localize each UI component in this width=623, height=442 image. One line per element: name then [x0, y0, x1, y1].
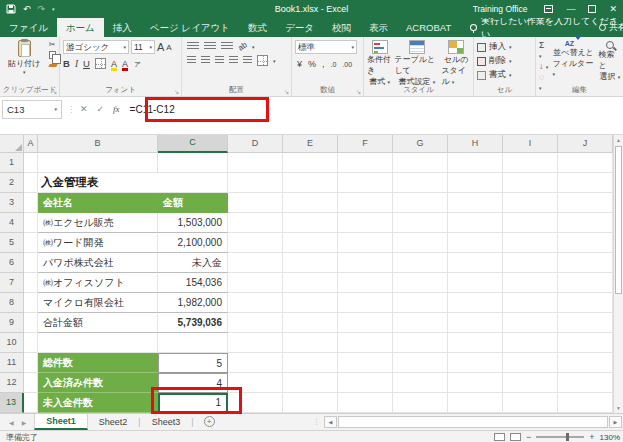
- phonetic-guide-icon[interactable]: ァ: [133, 58, 141, 69]
- select-all-corner[interactable]: [0, 135, 24, 153]
- cell-I8[interactable]: [503, 293, 558, 313]
- merge-center-icon[interactable]: [257, 55, 268, 66]
- cell-E1[interactable]: [283, 153, 338, 173]
- cell-A5[interactable]: [24, 233, 38, 253]
- cell-I2[interactable]: [503, 173, 558, 193]
- paste-button[interactable]: 貼り付け ▾: [8, 40, 40, 75]
- tab-home[interactable]: ホーム: [57, 18, 104, 37]
- decrease-decimal-icon[interactable]: .00: [342, 61, 352, 68]
- column-header-B[interactable]: B: [38, 135, 158, 153]
- cell-D3[interactable]: [228, 193, 283, 213]
- cell-C10[interactable]: [158, 333, 228, 353]
- row-header-12[interactable]: 12: [0, 373, 24, 393]
- decrease-indent-icon[interactable]: [229, 56, 238, 65]
- cell-C2[interactable]: [158, 173, 228, 193]
- cell-C8[interactable]: 1,982,000: [158, 293, 228, 313]
- column-header-G[interactable]: G: [393, 135, 448, 153]
- cell-A10[interactable]: [24, 333, 38, 353]
- align-left-icon[interactable]: [187, 56, 196, 65]
- cell-C1[interactable]: [158, 153, 228, 173]
- cell-B12[interactable]: 入金済み件数: [38, 373, 158, 393]
- cell-D8[interactable]: [228, 293, 283, 313]
- tab-view[interactable]: 表示: [360, 18, 397, 37]
- borders-icon[interactable]: [95, 58, 106, 69]
- new-sheet-icon[interactable]: +: [204, 416, 215, 427]
- tab-review[interactable]: 校閲: [323, 18, 360, 37]
- increase-decimal-icon[interactable]: .0: [331, 61, 337, 68]
- close-button[interactable]: ✕: [609, 0, 617, 18]
- column-header-C[interactable]: C: [158, 135, 228, 153]
- cell-E6[interactable]: [283, 253, 338, 273]
- cell-G9[interactable]: [393, 313, 448, 333]
- cell-H7[interactable]: [448, 273, 503, 293]
- cell-F11[interactable]: [338, 353, 393, 373]
- copy-icon[interactable]: [49, 51, 56, 59]
- cell-H11[interactable]: [448, 353, 503, 373]
- cell-A9[interactable]: [24, 313, 38, 333]
- column-header-F[interactable]: F: [338, 135, 393, 153]
- number-dialog-launcher-icon[interactable]: ↘: [356, 88, 361, 95]
- align-middle-icon[interactable]: [204, 42, 216, 51]
- cell-J3[interactable]: [558, 193, 613, 213]
- scroll-up-icon[interactable]: ▲: [614, 137, 623, 143]
- redo-icon[interactable]: ↷: [38, 4, 46, 14]
- row-header-6[interactable]: 6: [0, 253, 24, 273]
- row-header-13[interactable]: 13: [0, 393, 24, 413]
- insert-function-icon[interactable]: fx: [113, 104, 120, 114]
- scroll-right-icon[interactable]: ▶: [609, 416, 622, 428]
- cell-F1[interactable]: [338, 153, 393, 173]
- cell-I11[interactable]: [503, 353, 558, 373]
- cell-F9[interactable]: [338, 313, 393, 333]
- cell-B9[interactable]: 合計金額: [38, 313, 158, 333]
- font-color-icon[interactable]: A: [122, 59, 128, 69]
- cell-G7[interactable]: [393, 273, 448, 293]
- cut-icon[interactable]: ✂: [49, 40, 57, 49]
- cell-C12[interactable]: 4: [158, 373, 228, 393]
- align-top-icon[interactable]: [187, 42, 199, 51]
- cell-J11[interactable]: [558, 353, 613, 373]
- cell-E10[interactable]: [283, 333, 338, 353]
- cell-D7[interactable]: [228, 273, 283, 293]
- cell-J1[interactable]: [558, 153, 613, 173]
- scroll-left-icon[interactable]: ◀: [324, 416, 337, 428]
- row-header-9[interactable]: 9: [0, 313, 24, 333]
- scroll-down-icon[interactable]: ▼: [614, 405, 623, 411]
- cell-E13[interactable]: [283, 393, 338, 413]
- conditional-formatting-button[interactable]: 条件付き書式 ▾: [367, 40, 392, 87]
- column-header-J[interactable]: J: [558, 135, 613, 153]
- cell-C6[interactable]: 未入金: [158, 253, 228, 273]
- cell-J7[interactable]: [558, 273, 613, 293]
- cell-D10[interactable]: [228, 333, 283, 353]
- cell-J6[interactable]: [558, 253, 613, 273]
- tab-insert[interactable]: 挿入: [104, 18, 141, 37]
- ribbon-display-options-icon[interactable]: [544, 5, 553, 13]
- cell-J2[interactable]: [558, 173, 613, 193]
- cell-B5[interactable]: ㈱ワード開発: [38, 233, 158, 253]
- cell-J10[interactable]: [558, 333, 613, 353]
- zoom-in-icon[interactable]: +: [589, 432, 594, 442]
- font-dialog-launcher-icon[interactable]: ↘: [174, 88, 179, 95]
- cell-A12[interactable]: [24, 373, 38, 393]
- cell-B11[interactable]: 総件数: [38, 353, 158, 373]
- tab-formulas[interactable]: 数式: [239, 18, 276, 37]
- vertical-scrollbar[interactable]: ▲ ▼: [613, 135, 623, 413]
- currency-format-icon[interactable]: ¥: [297, 59, 302, 69]
- delete-cells-button[interactable]: 削除▾: [477, 55, 533, 67]
- column-header-H[interactable]: H: [448, 135, 503, 153]
- cell-B6[interactable]: パワポ株式会社: [38, 253, 158, 273]
- cell-J8[interactable]: [558, 293, 613, 313]
- format-as-table-button[interactable]: テーブルとして書式設定 ▾: [394, 40, 439, 87]
- cell-D11[interactable]: [228, 353, 283, 373]
- page-layout-view-icon[interactable]: [494, 433, 505, 441]
- cell-F6[interactable]: [338, 253, 393, 273]
- cell-A4[interactable]: [24, 213, 38, 233]
- cell-H4[interactable]: [448, 213, 503, 233]
- cell-E12[interactable]: [283, 373, 338, 393]
- cell-E11[interactable]: [283, 353, 338, 373]
- enter-icon[interactable]: ✓: [97, 104, 105, 114]
- tab-file[interactable]: ファイル: [0, 18, 57, 37]
- cell-B1[interactable]: [38, 153, 158, 173]
- cell-I13[interactable]: [503, 393, 558, 413]
- cell-A1[interactable]: [24, 153, 38, 173]
- row-header-11[interactable]: 11: [0, 353, 24, 373]
